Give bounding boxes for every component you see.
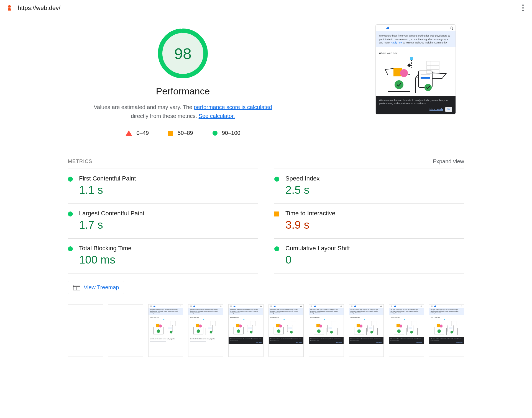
view-treemap-button[interactable]: View Treemap (68, 281, 124, 294)
svg-point-92 (410, 331, 413, 333)
hamburger-icon (378, 27, 381, 29)
preview-illustration (376, 57, 456, 96)
filmstrip-frame[interactable] (108, 304, 143, 357)
filmstrip-frame[interactable] (68, 304, 103, 357)
svg-rect-96 (437, 324, 440, 327)
svg-rect-71 (328, 327, 332, 328)
preview-about-heading: About web.dev (376, 47, 456, 57)
status-dot (274, 211, 279, 216)
page-url: https://web.dev/ (18, 4, 60, 12)
metric-row: Cumulative Layout Shift 0 (274, 238, 464, 273)
svg-point-27 (159, 324, 162, 327)
report-body: 98 Performance Values are estimated and … (51, 16, 481, 368)
svg-point-62 (290, 331, 293, 333)
pass-icon (213, 131, 218, 136)
metric-name: Cumulative Layout Shift (285, 245, 350, 252)
status-dot (274, 177, 279, 182)
svg-rect-41 (208, 327, 212, 328)
svg-point-37 (199, 324, 202, 327)
preview-banner: We want to hear from you! We are looking… (376, 31, 456, 47)
filmstrip-frame[interactable]: We want to hear from you! We are looking… (188, 304, 223, 357)
svg-rect-86 (397, 324, 400, 327)
status-dot (274, 246, 279, 251)
svg-point-77 (359, 324, 362, 327)
lighthouse-icon (6, 4, 13, 12)
metric-row: Largest Contentful Paint 1.7 s (68, 203, 258, 238)
svg-rect-15 (410, 57, 413, 60)
filmstrip-frame[interactable]: We want to hear from you! We are looking… (309, 304, 344, 357)
svg-point-58 (277, 329, 280, 333)
webdev-logo-icon (386, 27, 390, 29)
status-dot (68, 211, 73, 216)
svg-point-68 (317, 329, 320, 333)
metric-value: 1.7 s (79, 219, 144, 231)
svg-point-57 (279, 324, 282, 327)
score-legend: 0–49 50–89 90–100 (126, 130, 241, 136)
svg-rect-53 (244, 319, 245, 320)
status-dot (68, 246, 73, 251)
performance-summary: 98 Performance Values are estimated and … (29, 24, 337, 136)
svg-point-98 (438, 329, 441, 333)
svg-point-78 (357, 329, 360, 333)
svg-point-7 (395, 80, 403, 89)
svg-rect-46 (236, 324, 239, 327)
ok-button: OK (445, 107, 452, 112)
svg-marker-16 (407, 63, 411, 67)
treemap-icon (73, 285, 80, 290)
svg-rect-31 (168, 327, 172, 328)
svg-rect-56 (276, 324, 280, 327)
svg-point-72 (330, 331, 333, 333)
filmstrip-frame[interactable]: We want to hear from you! We are looking… (429, 304, 464, 357)
metric-value: 0 (285, 254, 350, 266)
score-calc-link[interactable]: performance score is calculated (194, 104, 272, 110)
metric-value: 2.5 s (285, 184, 320, 196)
metric-row: Time to Interactive 3.9 s (274, 203, 464, 238)
score-value: 98 (174, 45, 191, 63)
svg-point-87 (400, 324, 403, 327)
metric-value: 3.9 s (285, 219, 335, 231)
svg-rect-22 (73, 285, 80, 290)
score-gauge: 98 (157, 27, 209, 80)
svg-rect-61 (288, 327, 292, 328)
metric-row: Total Blocking Time 100 ms (68, 238, 258, 273)
svg-point-67 (319, 324, 322, 327)
metric-value: 1.1 s (79, 184, 136, 196)
metric-name: Time to Interactive (285, 210, 335, 217)
svg-point-97 (440, 324, 443, 327)
svg-rect-101 (449, 327, 452, 328)
more-menu-button[interactable] (521, 3, 525, 13)
page-preview: We want to hear from you! We are looking… (375, 24, 456, 114)
filmstrip-frame[interactable]: We want to hear from you! We are looking… (389, 304, 424, 357)
svg-point-102 (451, 331, 453, 333)
svg-rect-26 (156, 324, 159, 327)
svg-point-42 (210, 331, 213, 333)
score-category-label: Performance (156, 86, 210, 97)
svg-point-32 (170, 331, 172, 333)
filmstrip-frame[interactable]: We want to hear from you! We are looking… (228, 304, 264, 357)
svg-rect-91 (409, 327, 412, 328)
svg-rect-66 (316, 324, 320, 327)
svg-point-48 (237, 329, 240, 333)
svg-rect-0 (9, 7, 10, 7)
preview-cookie-banner: We serve cookies on this site to analyze… (376, 96, 456, 114)
calculator-link[interactable]: See calculator. (199, 113, 235, 119)
svg-point-47 (239, 324, 242, 327)
metric-row: Speed Index 2.5 s (274, 169, 464, 203)
svg-rect-103 (444, 319, 445, 320)
filmstrip-frame[interactable]: We want to hear from you! We are looking… (148, 304, 183, 357)
filmstrip-frame[interactable]: We want to hear from you! We are looking… (349, 304, 384, 357)
search-icon (450, 27, 453, 29)
metric-name: Largest Contentful Paint (79, 210, 144, 217)
svg-rect-36 (196, 324, 199, 327)
svg-point-38 (197, 329, 200, 333)
metric-name: Speed Index (285, 175, 320, 182)
svg-rect-11 (421, 74, 430, 75)
svg-point-6 (400, 69, 408, 77)
metric-value: 100 ms (79, 254, 132, 266)
svg-rect-81 (369, 327, 372, 328)
filmstrip-frame[interactable]: We want to hear from you! We are looking… (268, 304, 304, 357)
report-header: https://web.dev/ (0, 0, 532, 16)
filmstrip: We want to hear from you! We are looking… (68, 304, 464, 357)
expand-view-toggle[interactable]: Expand view (433, 158, 464, 165)
svg-point-88 (397, 329, 401, 333)
